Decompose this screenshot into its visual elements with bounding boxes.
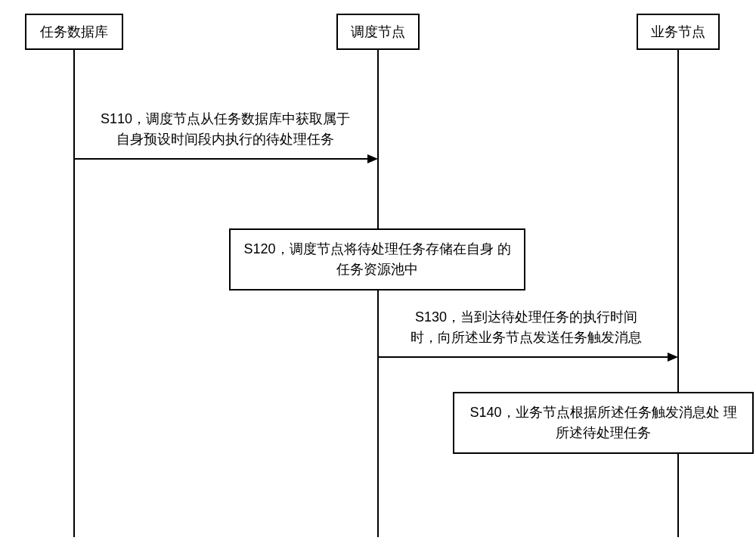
lifeline-scheduler-node [377,47,379,537]
lifeline-business-node [677,47,679,537]
note-s140: S140，业务节点根据所述任务触发消息处 理所述待处理任务 [453,392,754,454]
message-s130-label: S130，当到达待处理任务的执行时间 时，向所述业务节点发送任务触发消息 [386,307,666,348]
participant-business-node: 业务节点 [637,14,720,50]
participant-task-database: 任务数据库 [25,14,123,50]
lifeline-task-database [73,47,75,537]
participant-scheduler-node: 调度节点 [336,14,420,50]
message-s130-arrowhead [668,353,678,362]
message-s130-arrow [379,356,670,358]
note-s120: S120，调度节点将待处理任务存储在自身 的任务资源池中 [229,228,525,290]
message-s110-label: S110，调度节点从任务数据库中获取属于 自身预设时间段内执行的待处理任务 [82,109,369,150]
message-s110-arrowhead [367,154,378,163]
message-s110-arrow [75,158,370,160]
